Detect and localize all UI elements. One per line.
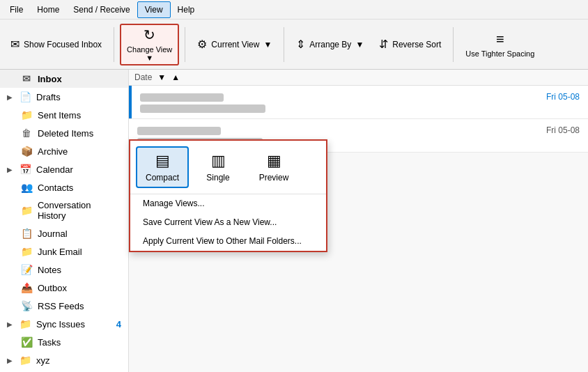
tighter-spacing-icon: ≡ (496, 31, 504, 47)
app-body: ✉Inbox▶📄Drafts📁Sent Items🗑Deleted Items📦… (0, 70, 588, 372)
expand-icon-xyz: ▶ (7, 357, 13, 364)
change-view-dropdown: ▤Compact▥Single▦Preview Manage Views...S… (129, 139, 327, 252)
sidebar-icon-inbox: ✉ (21, 73, 32, 84)
change-view-icon: ↻ (144, 26, 155, 43)
sidebar-item-contacts[interactable]: 👥Contacts (0, 178, 128, 196)
blurred-sender-0 (140, 93, 224, 102)
sidebar-item-journal[interactable]: 📋Journal (0, 224, 128, 242)
sort-arrow-down[interactable]: ▼ (157, 72, 166, 82)
sidebar-label-sent-items: Sent Items (38, 110, 81, 121)
menu-view[interactable]: View (137, 1, 171, 18)
tighter-spacing-button[interactable]: ≡ Use Tighter Spacing (459, 24, 541, 65)
menu-help[interactable]: Help (171, 2, 202, 17)
sidebar-icon-rss-feeds: 📡 (21, 300, 32, 311)
blurred-sender-1 (137, 127, 221, 135)
view-option-preview[interactable]: ▦Preview (247, 146, 300, 188)
view-label-compact: Compact (146, 173, 179, 183)
email-header-0: Fri 05-08 (140, 91, 580, 102)
sidebar-item-notes[interactable]: 📝Notes (0, 261, 128, 279)
sidebar-label-contacts: Contacts (38, 183, 73, 193)
ribbon-separator-1 (114, 27, 114, 62)
sidebar-label-inbox: Inbox (38, 74, 62, 84)
sidebar-icon-deleted-items: 🗑 (21, 127, 32, 139)
current-view-arrow: ▼ (263, 40, 272, 49)
sidebar-item-calendar[interactable]: ▶📅Calendar (0, 160, 128, 178)
view-options: ▤Compact▥Single▦Preview (130, 141, 326, 194)
sidebar-label-journal: Journal (38, 228, 68, 239)
sidebar-count-sync-issues: 4 (116, 319, 121, 330)
sidebar-item-outbox[interactable]: 📤Outbox (0, 279, 128, 297)
sidebar-item-rss-feeds[interactable]: 📡RSS Feeds (0, 297, 128, 315)
sidebar-label-conversation-history: Conversation History (38, 200, 121, 221)
email-subject-0 (140, 103, 580, 113)
menu-file[interactable]: File (3, 2, 30, 17)
tighter-spacing-label: Use Tighter Spacing (465, 49, 534, 58)
sidebar-label-xyz: xyz (36, 355, 50, 366)
sidebar-icon-xyz: 📁 (20, 355, 31, 366)
current-view-button[interactable]: ⚙ Current View ▼ (191, 34, 278, 54)
view-icon-preview: ▦ (267, 152, 281, 170)
ribbon: ✉ Show Focused Inbox ↻ Change View ▼ ⚙ C… (0, 20, 588, 70)
sidebar-icon-outbox: 📤 (21, 282, 32, 293)
blurred-subject-0 (140, 104, 265, 113)
current-view-icon: ⚙ (197, 38, 207, 51)
reverse-sort-button[interactable]: ⇵ Reverse Sort (373, 34, 447, 54)
email-sender-0 (140, 91, 224, 102)
view-option-single[interactable]: ▥Single (192, 146, 245, 188)
sidebar-icon-tasks: ✅ (21, 336, 32, 348)
email-item-0[interactable]: Fri 05-08 (129, 86, 588, 119)
sidebar-label-archive: Archive (38, 146, 68, 157)
sidebar-icon-calendar: 📅 (20, 164, 31, 175)
menu-send-receive[interactable]: Send / Receive (66, 2, 137, 17)
change-view-button[interactable]: ↻ Change View ▼ (120, 24, 179, 65)
sidebar-item-tasks[interactable]: ✅Tasks (0, 333, 128, 351)
sidebar-item-xyz[interactable]: ▶📁xyz (0, 351, 128, 369)
email-date-0: Fri 05-08 (546, 92, 580, 102)
sidebar-item-archive[interactable]: 📦Archive (0, 142, 128, 160)
sidebar-label-rss-feeds: RSS Feeds (38, 301, 84, 311)
sidebar-item-sync-issues[interactable]: ▶📁Sync Issues4 (0, 315, 128, 333)
expand-icon-calendar: ▶ (7, 166, 13, 173)
arrange-by-arrow: ▼ (355, 40, 364, 49)
reverse-sort-label: Reverse Sort (392, 40, 441, 49)
sidebar-item-sent-items[interactable]: 📁Sent Items (0, 106, 128, 124)
sidebar-icon-archive: 📦 (21, 146, 32, 157)
arrange-by-button[interactable]: ⇕ Arrange By ▼ (290, 34, 370, 54)
sidebar-label-sync-issues: Sync Issues (36, 319, 85, 330)
ribbon-separator-3 (284, 27, 284, 62)
sidebar-icon-notes: 📝 (21, 264, 32, 275)
sidebar-item-junk-email[interactable]: 📁Junk Email (0, 242, 128, 261)
sidebar-item-drafts[interactable]: ▶📄Drafts (0, 88, 128, 106)
sort-arrow-up[interactable]: ▲ (171, 72, 180, 82)
sidebar-item-conversation-history[interactable]: 📁Conversation History (0, 196, 128, 224)
reverse-sort-icon: ⇵ (379, 38, 388, 51)
sidebar-icon-sent-items: 📁 (21, 109, 32, 121)
email-sender-1 (137, 125, 221, 135)
sidebar-icon-junk-email: 📁 (21, 246, 32, 257)
sidebar-label-notes: Notes (38, 265, 61, 275)
sidebar-label-drafts: Drafts (36, 92, 61, 102)
change-view-label: Change View (127, 45, 172, 54)
email-date-1: Fri 05-08 (546, 125, 580, 135)
sidebar-item-search-folders[interactable]: 🔍Search Folders (0, 369, 128, 372)
dropdown-menu-item-2[interactable]: Apply Current View to Other Mail Folders… (130, 232, 326, 251)
sidebar-icon-conversation-history: 📁 (21, 205, 32, 216)
change-view-arrow: ▼ (146, 54, 153, 62)
sort-bar: Date ▼ ▲ (129, 70, 588, 86)
dropdown-menu-item-0[interactable]: Manage Views... (130, 194, 326, 213)
dropdown-menu-item-1[interactable]: Save Current View As a New View... (130, 213, 326, 232)
sidebar-icon-journal: 📋 (21, 228, 32, 239)
view-option-compact[interactable]: ▤Compact (136, 146, 189, 188)
current-view-label: Current View (211, 40, 259, 49)
view-label-preview: Preview (259, 173, 289, 183)
view-icon-single: ▥ (211, 152, 226, 170)
show-focused-inbox-button[interactable]: ✉ Show Focused Inbox (4, 34, 108, 54)
arrange-by-label: Arrange By (309, 40, 351, 49)
expand-icon-drafts: ▶ (7, 93, 13, 101)
ribbon-separator-4 (453, 27, 454, 62)
sidebar-item-inbox[interactable]: ✉Inbox (0, 70, 128, 88)
sidebar-label-tasks: Tasks (38, 337, 61, 348)
menu-home[interactable]: Home (30, 2, 66, 17)
sidebar-icon-drafts: 📄 (20, 91, 31, 102)
sidebar-item-deleted-items[interactable]: 🗑Deleted Items (0, 124, 128, 142)
